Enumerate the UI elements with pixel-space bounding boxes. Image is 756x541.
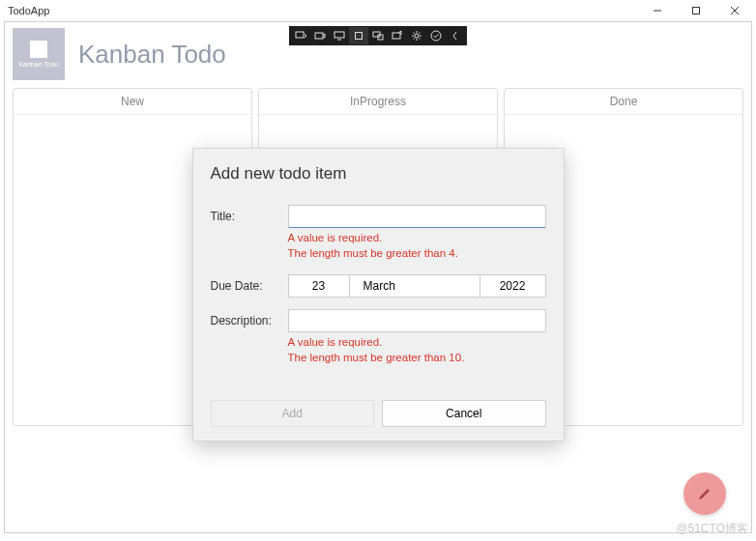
- title-row: Title: A value is required. The length m…: [211, 205, 546, 261]
- date-month[interactable]: March: [350, 274, 480, 298]
- duedate-label: Due Date:: [211, 274, 288, 293]
- window-title: TodoApp: [8, 5, 49, 16]
- add-button[interactable]: Add: [211, 400, 375, 427]
- dialog-buttons: Add Cancel: [211, 400, 546, 427]
- svg-rect-1: [693, 8, 700, 14]
- error-line: A value is required.: [288, 335, 546, 351]
- add-todo-dialog: Add new todo item Title: A value is requ…: [192, 148, 565, 441]
- title-input[interactable]: [288, 205, 546, 228]
- app-frame: Kanban Todo Kanban Todo New InProgress D…: [4, 21, 752, 533]
- maximize-button[interactable]: [677, 0, 715, 21]
- minimize-button[interactable]: [638, 0, 677, 21]
- close-button[interactable]: [715, 0, 754, 21]
- error-line: The length must be greater than 4.: [288, 246, 546, 262]
- error-line: A value is required.: [288, 231, 546, 246]
- description-label: Description:: [211, 309, 288, 327]
- duedate-row: Due Date: 23 March 2022: [211, 274, 546, 298]
- description-error: A value is required. The length must be …: [288, 335, 546, 365]
- dialog-title: Add new todo item: [211, 164, 546, 184]
- description-row: Description: A value is required. The le…: [211, 309, 546, 365]
- watermark: @51CTO博客: [676, 521, 748, 537]
- date-picker[interactable]: 23 March 2022: [288, 274, 546, 298]
- description-input[interactable]: [288, 309, 546, 332]
- window-controls: [638, 0, 754, 21]
- modal-overlay: Add new todo item Title: A value is requ…: [5, 22, 751, 532]
- title-error: A value is required. The length must be …: [288, 231, 546, 261]
- date-year[interactable]: 2022: [480, 274, 546, 298]
- title-label: Title:: [211, 205, 288, 223]
- titlebar: TodoApp: [0, 0, 756, 21]
- date-day[interactable]: 23: [288, 274, 350, 298]
- error-line: The length must be greater than 10.: [288, 351, 546, 366]
- cancel-button[interactable]: Cancel: [382, 400, 546, 427]
